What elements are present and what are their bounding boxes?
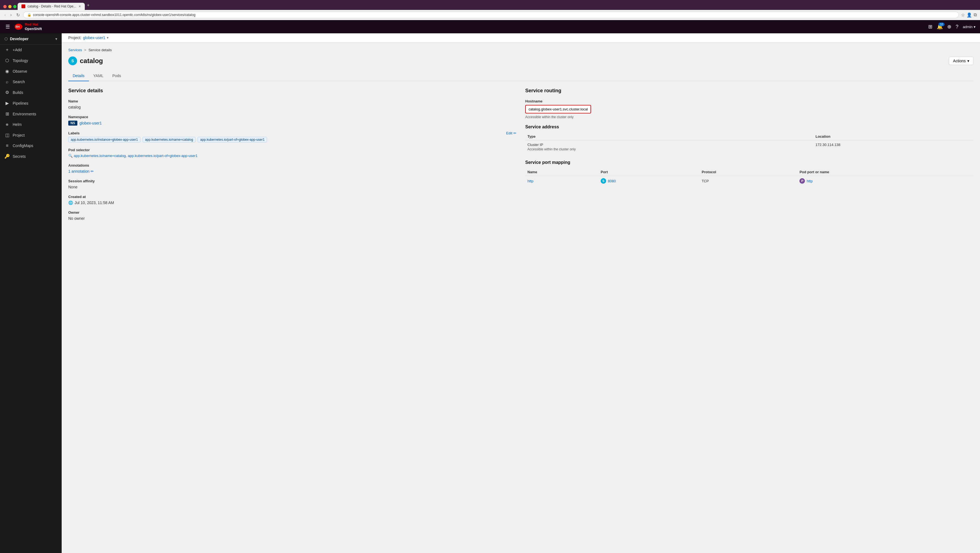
labels-label: Labels — [68, 131, 80, 135]
reload-button[interactable]: ↻ — [15, 12, 21, 18]
port-name-http-link[interactable]: http — [527, 179, 596, 183]
service-address-section: Service address Type Location — [525, 124, 974, 153]
forward-button[interactable]: › — [9, 12, 13, 18]
port-value: S 8080 — [601, 178, 697, 184]
sidebar-label-observe: Observe — [13, 69, 27, 73]
notifications-button[interactable]: 🔔 10 — [937, 24, 943, 30]
labels-list: app.kubernetes.io/instance=globex-app-us… — [68, 137, 516, 142]
project-name: globex-user1 — [83, 35, 105, 40]
port-mapping-title: Service port mapping — [525, 160, 974, 165]
port-badge-s: S — [601, 178, 606, 184]
sidebar-label-search: Search — [13, 80, 25, 84]
sidebar-label-configmaps: ConfigMaps — [13, 143, 33, 148]
project-selector[interactable]: Project: globex-user1 ▾ — [68, 35, 108, 40]
labels-edit-link[interactable]: Edit ✏ — [506, 131, 516, 135]
service-details-title: Service details — [68, 88, 516, 94]
service-address-title: Service address — [525, 124, 974, 129]
pipelines-icon: ▶ — [5, 100, 10, 106]
pod-port-link[interactable]: http — [807, 179, 813, 183]
namespace-field: Namespace NS globex-user1 — [68, 115, 516, 126]
owner-label: Owner — [68, 210, 516, 215]
hostname-label: Hostname — [525, 99, 974, 103]
pod-port-col-header: Pod port or name — [797, 168, 974, 176]
minimize-button[interactable] — [8, 5, 11, 8]
brand-text: Red Hat OpenShift — [25, 22, 42, 31]
back-button[interactable]: ‹ — [3, 12, 7, 18]
configmaps-icon: ≡ — [5, 143, 10, 148]
annotation-link[interactable]: 1 annotation ✏ — [68, 169, 516, 174]
profile-icon[interactable]: 👤 — [967, 13, 972, 18]
help-icon-button[interactable]: ? — [956, 24, 959, 30]
owner-field: Owner No owner — [68, 210, 516, 221]
sidebar-item-project[interactable]: ◫ Project — [0, 130, 62, 140]
label-tag-2: app.kubernetes.io/part-of=globex-app-use… — [198, 137, 267, 142]
sidebar-label-helm: Helm — [13, 122, 22, 127]
location-col-header: Location — [813, 133, 974, 140]
hamburger-button[interactable]: ☰ — [5, 22, 11, 31]
service-details-column: Service details Name catalog Namespace N… — [68, 88, 516, 226]
tab-yaml[interactable]: YAML — [89, 71, 108, 81]
grid-icon-button[interactable]: ⊞ — [928, 24, 932, 30]
close-button[interactable] — [3, 5, 6, 8]
admin-menu-button[interactable]: admin ▾ — [963, 25, 975, 29]
sidebar-item-observe[interactable]: ◉ Observe — [0, 66, 62, 76]
tab-details[interactable]: Details — [68, 71, 89, 81]
breadcrumb-services-link[interactable]: Services — [68, 48, 82, 52]
sidebar-item-builds[interactable]: ⚙ Builds — [0, 87, 62, 98]
brand: RH Red Hat OpenShift — [14, 22, 42, 31]
sidebar-item-add[interactable]: + +Add — [0, 45, 62, 55]
extensions-icon[interactable]: ⧉ — [974, 13, 977, 18]
globe-icon: 🌐 — [68, 201, 73, 205]
url-bar[interactable]: 🔒 console-openshift-console.apps.cluster… — [23, 11, 959, 18]
sidebar-item-search[interactable]: ⌕ Search — [0, 76, 62, 87]
tab-close-icon[interactable]: ✕ — [78, 5, 81, 8]
name-label: Name — [68, 99, 516, 103]
bookmark-icon[interactable]: ☆ — [961, 13, 965, 18]
sidebar-label-topology: Topology — [13, 58, 28, 63]
pod-selector-link[interactable]: app.kubernetes.io/name=catalog, app.kube… — [74, 154, 198, 158]
sidebar-item-configmaps[interactable]: ≡ ConfigMaps — [0, 140, 62, 151]
sidebar-item-pipelines[interactable]: ▶ Pipelines — [0, 98, 62, 108]
tab-pods[interactable]: Pods — [108, 71, 126, 81]
sidebar-item-environments[interactable]: ⊞ Environments — [0, 108, 62, 119]
namespace-badge: NS — [68, 121, 77, 126]
browser-tab-active[interactable]: catalog - Details - Red Hat Ope... ✕ — [18, 3, 85, 10]
maximize-button[interactable] — [13, 5, 16, 8]
hostname-accessible-note: Accessible within the cluster only — [525, 115, 974, 119]
environments-icon: ⊞ — [5, 111, 10, 116]
hostname-box: catalog.globex-user1.svc.cluster.local — [525, 105, 591, 113]
sidebar-item-helm[interactable]: ⎈ Helm — [0, 119, 62, 130]
sidebar-item-secrets[interactable]: 🔑 Secrets — [0, 151, 62, 162]
search-icon: ⌕ — [5, 79, 10, 84]
namespace-link[interactable]: globex-user1 — [80, 121, 102, 125]
breadcrumb-separator: > — [84, 48, 86, 52]
admin-label: admin — [963, 25, 972, 29]
helm-icon: ⎈ — [5, 122, 10, 127]
pod-selector-field: Pod selector 🔍 app.kubernetes.io/name=ca… — [68, 148, 516, 158]
port-protocol: TCP — [700, 176, 797, 186]
cluster-ip-note: Accessible within the cluster only — [527, 147, 811, 151]
actions-button[interactable]: Actions ▾ — [949, 57, 974, 65]
port-col-header: Port — [598, 168, 700, 176]
sidebar-item-topology[interactable]: ⬡ Topology — [0, 55, 62, 66]
perspective-toggle[interactable]: ⬡ Developer ▾ — [0, 33, 62, 45]
new-tab-button[interactable]: + — [85, 2, 92, 10]
perspective-caret-icon: ▾ — [55, 37, 57, 41]
plus-icon-button[interactable]: ⊕ — [947, 24, 951, 30]
session-affinity-value: None — [68, 185, 516, 189]
perspective-label: Developer — [10, 37, 29, 41]
top-nav-right: ⊞ 🔔 10 ⊕ ? admin ▾ — [928, 24, 975, 30]
page-header: S catalog Actions ▾ — [68, 56, 974, 65]
project-icon: ◫ — [5, 132, 10, 138]
port-row-http: http S 8080 TCP — [525, 176, 974, 186]
namespace-value-row: NS globex-user1 — [68, 121, 516, 126]
secrets-icon: 🔑 — [5, 154, 10, 159]
hostname-field: Hostname catalog.globex-user1.svc.cluste… — [525, 99, 974, 119]
created-at-value: 🌐 Jul 10, 2023, 11:58 AM — [68, 201, 516, 205]
tab-title: catalog - Details - Red Hat Ope... — [27, 5, 76, 8]
browser-chrome: catalog - Details - Red Hat Ope... ✕ + — [0, 0, 980, 10]
topology-icon: ⬡ — [5, 58, 10, 63]
sidebar-label-add: +Add — [13, 48, 22, 52]
traffic-lights — [2, 5, 16, 10]
pod-selector-label: Pod selector — [68, 148, 516, 152]
